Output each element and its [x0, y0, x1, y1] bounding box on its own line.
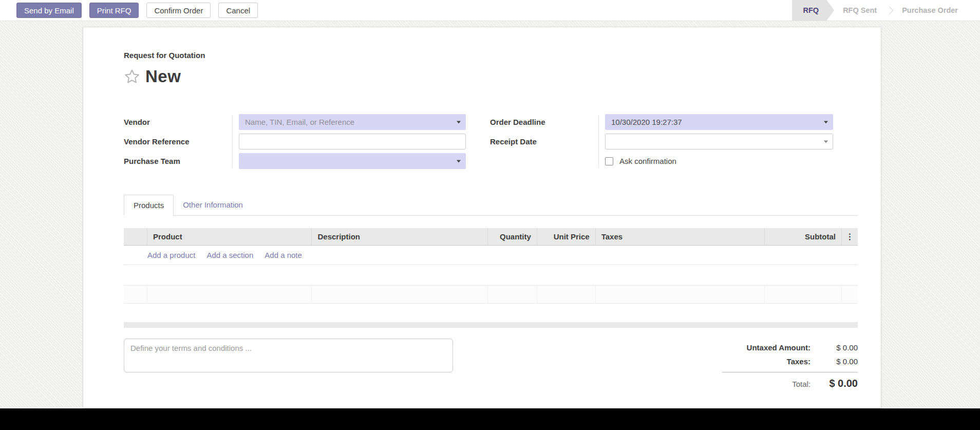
taxes-value: $ 0.00: [811, 357, 858, 366]
vendor-input[interactable]: [239, 114, 466, 130]
confirm-order-button[interactable]: Confirm Order: [146, 3, 211, 18]
column-header-taxes: Taxes: [596, 228, 765, 245]
taxes-label: Taxes:: [787, 357, 811, 366]
statusbar: RFQ RFQ Sent Purchase Order: [792, 0, 967, 21]
form-sheet: Request for Quotation New Vendor Vendor …: [83, 27, 881, 408]
bottom-black-bar: [0, 408, 980, 430]
vendor-label: Vendor: [124, 118, 232, 126]
ask-confirmation-checkbox[interactable]: [605, 157, 613, 165]
statusbar-step-rfq-sent[interactable]: RFQ Sent: [834, 0, 885, 21]
top-action-bar: Send by Email Print RFQ Confirm Order Ca…: [0, 0, 980, 21]
purchase-team-input[interactable]: [239, 153, 466, 169]
total-label: Total:: [792, 380, 811, 388]
column-header-quantity: Quantity: [488, 228, 537, 245]
products-table: Product Description Quantity Unit Price …: [124, 228, 858, 328]
order-deadline-input[interactable]: [605, 114, 833, 130]
record-title: New: [145, 67, 181, 86]
add-a-section-link[interactable]: Add a section: [206, 251, 253, 259]
vendor-reference-input[interactable]: [239, 134, 466, 149]
tab-products[interactable]: Products: [124, 195, 174, 216]
add-a-note-link[interactable]: Add a note: [265, 251, 302, 259]
doc-type-label: Request for Quotation: [124, 51, 858, 60]
action-buttons: Send by Email Print RFQ Confirm Order Ca…: [16, 3, 258, 18]
column-header-unit-price: Unit Price: [537, 228, 596, 245]
cancel-button[interactable]: Cancel: [218, 3, 258, 18]
receipt-date-label: Receipt Date: [490, 137, 598, 146]
add-a-product-link[interactable]: Add a product: [147, 251, 195, 259]
untaxed-amount-label: Untaxed Amount:: [747, 343, 811, 352]
add-line-row: Add a product Add a section Add a note: [124, 246, 858, 265]
terms-and-conditions-textarea[interactable]: [124, 339, 453, 372]
ask-confirmation-label: Ask confirmation: [619, 157, 676, 165]
statusbar-step-rfq[interactable]: RFQ: [792, 0, 835, 21]
favorite-star-icon[interactable]: [124, 68, 140, 85]
totals-block: Untaxed Amount: $ 0.00 Taxes: $ 0.00 Tot…: [722, 343, 858, 395]
optional-columns-kebab-icon[interactable]: ⋮: [846, 232, 854, 241]
products-table-header: Product Description Quantity Unit Price …: [124, 228, 858, 246]
field-group-left: Vendor Vendor Reference Purchase Team: [124, 114, 466, 169]
empty-table-row: [124, 285, 858, 304]
field-groups: Vendor Vendor Reference Purchase Team: [124, 114, 858, 169]
field-group-right: Order Deadline Receipt Date Ask confirma…: [490, 114, 833, 169]
total-value: $ 0.00: [811, 378, 858, 389]
untaxed-amount-value: $ 0.00: [811, 343, 858, 352]
receipt-date-input[interactable]: [605, 134, 833, 149]
notebook-tabs: Products Other Information: [124, 195, 858, 216]
table-footer-band: [124, 322, 858, 328]
row-handle-column: [124, 228, 147, 245]
send-by-email-button[interactable]: Send by Email: [16, 3, 82, 18]
column-header-subtotal: Subtotal: [765, 228, 842, 245]
vendor-reference-label: Vendor Reference: [124, 137, 232, 146]
totals-separator: [722, 372, 858, 372]
column-header-description: Description: [312, 228, 487, 245]
print-rfq-button[interactable]: Print RFQ: [89, 3, 139, 18]
purchase-team-label: Purchase Team: [124, 157, 232, 165]
statusbar-step-purchase-order[interactable]: Purchase Order: [893, 0, 967, 21]
order-deadline-label: Order Deadline: [490, 118, 598, 126]
column-header-product: Product: [147, 228, 312, 245]
chevron-divider-icon: [885, 6, 894, 14]
tab-other-information[interactable]: Other Information: [174, 195, 252, 215]
